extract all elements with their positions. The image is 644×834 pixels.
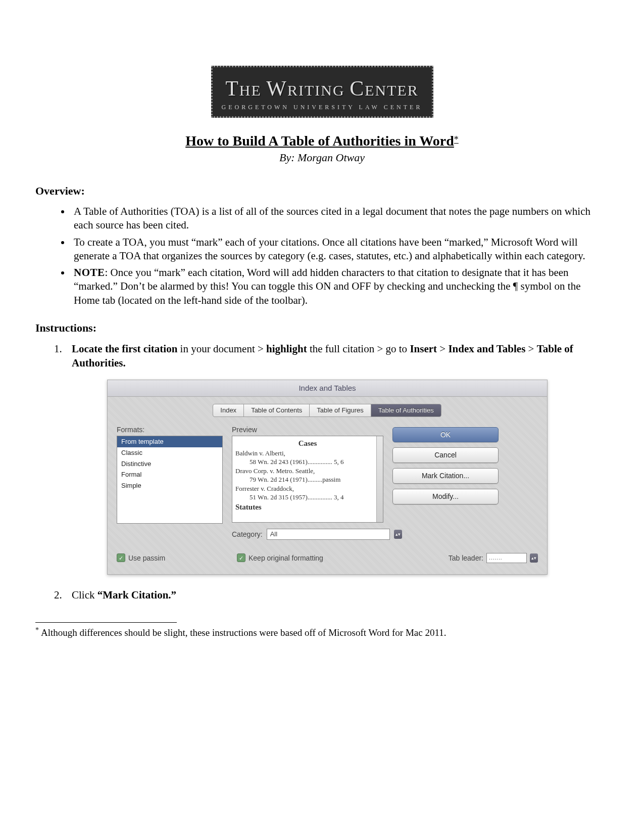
tab-leader-label: Tab leader: [449,553,483,563]
instruction-step-1: Locate the first citation in your docume… [65,342,609,575]
tab-index[interactable]: Index [213,404,244,417]
document-title: How to Build A Table of Authorities in W… [35,133,609,149]
footnote-mark: * [35,626,39,634]
footnote-separator [35,622,177,623]
instructions-heading: Instructions: [35,321,609,335]
title-footnote-mark: * [454,134,459,145]
footnote: *Although differences should be slight, … [35,626,609,639]
overview-list: A Table of Authorities (TOA) is a list o… [35,205,609,307]
logo-main-text: THE WRITING CENTER [218,76,427,101]
dialog-tabstrip: IndexTable of ContentsTable of FiguresTa… [108,397,547,421]
category-value: All [270,530,277,539]
format-option-classic[interactable]: Classic [117,447,222,458]
use-passim-checkbox[interactable]: ✓ [117,553,125,562]
overview-item: NOTE: Once you “mark” each citation, Wor… [71,266,609,307]
ok-button[interactable]: OK [392,427,499,443]
mark-citation-button[interactable]: Mark Citation... [392,468,499,484]
logo-banner: THE WRITING CENTER GEORGETOWN UNIVERSITY… [211,66,433,118]
tab-table-of-authorities[interactable]: Table of Authorities [371,404,441,417]
category-stepper[interactable]: ▴▾ [394,530,402,539]
dialog-title: Index and Tables [108,380,547,397]
byline: By: Morgan Otway [35,151,609,164]
footnote-text: Although differences should be slight, t… [41,628,446,638]
format-option-from-template[interactable]: From template [117,436,222,447]
preview-pane: Cases Baldwin v. Alberti, 58 Wn. 2d 243 … [232,436,383,523]
keep-formatting-checkbox[interactable]: ✓ [237,553,245,562]
use-passim-label: Use passim [128,553,165,563]
format-option-formal[interactable]: Formal [117,469,222,480]
modify-button[interactable]: Modify... [392,489,499,504]
category-select[interactable]: All [267,529,390,540]
overview-item: A Table of Authorities (TOA) is a list o… [71,205,609,233]
note-text: : Once you “mark” each citation, Word wi… [74,266,581,306]
formats-listbox[interactable]: From template Classic Distinctive Formal… [117,436,223,524]
instruction-step-2: Click “Mark Citation.” [65,588,609,602]
overview-item: To create a TOA, you must “mark” each of… [71,236,609,263]
tab-table-of-contents[interactable]: Table of Contents [243,404,310,417]
formats-label: Formats: [117,425,223,435]
tab-leader-stepper[interactable]: ▴▾ [530,553,538,563]
preview-heading-statutes: Statutes [235,502,380,512]
instructions-list: Locate the first citation in your docume… [35,342,609,602]
format-option-distinctive[interactable]: Distinctive [117,458,222,470]
cancel-button[interactable]: Cancel [392,447,499,463]
note-label: NOTE [74,266,105,279]
tab-leader-select[interactable]: ....... [486,553,527,563]
index-and-tables-dialog: Index and Tables IndexTable of ContentsT… [107,380,548,575]
overview-heading: Overview: [35,184,609,198]
logo-sub-text: GEORGETOWN UNIVERSITY LAW CENTER [218,104,427,111]
preview-heading-cases: Cases [235,438,380,448]
category-label: Category: [232,530,263,539]
format-option-simple[interactable]: Simple [117,480,222,491]
preview-label: Preview [232,425,383,435]
keep-formatting-label: Keep original formatting [249,553,323,563]
title-text: How to Build A Table of Authorities in W… [185,133,454,149]
tab-table-of-figures[interactable]: Table of Figures [309,404,371,417]
